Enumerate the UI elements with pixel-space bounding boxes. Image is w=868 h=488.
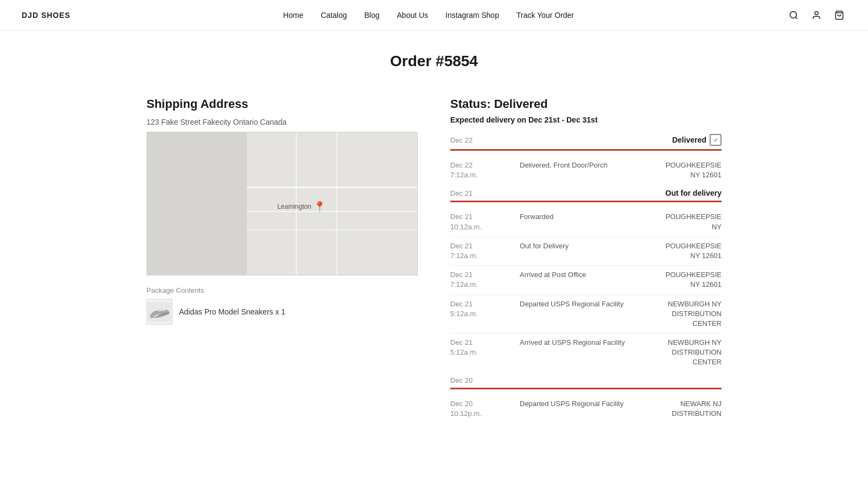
logo: DJD SHOES bbox=[22, 11, 71, 20]
tracking-group-date-2: Dec 20 bbox=[450, 376, 473, 384]
tracking-divider-2 bbox=[450, 388, 722, 389]
tracking-cell-location-1-1: POUGHKEEPSIE NY 12601 bbox=[666, 241, 722, 261]
nav-catalog[interactable]: Catalog bbox=[321, 11, 347, 20]
tracking-cell-date-1-1: Dec 21 7:12a.m. bbox=[450, 241, 515, 261]
tracking-cell-date-0-0: Dec 22 7:12a.m. bbox=[450, 160, 515, 180]
nav-instagram-shop[interactable]: Instagram Shop bbox=[445, 11, 499, 20]
map-inner: Leamington 📍 bbox=[147, 132, 417, 275]
tracking-section: Dec 22Delivered✓Dec 22 7:12a.m.Delivered… bbox=[450, 134, 722, 423]
shipping-section-title: Shipping Address bbox=[146, 97, 418, 111]
map-city-label: Leamington 📍 bbox=[277, 201, 326, 213]
tracking-cell-date-1-3: Dec 21 5:12a.m. bbox=[450, 299, 515, 329]
nav-track-order[interactable]: Track Your Order bbox=[516, 11, 574, 20]
tracking-row-1-1: Dec 21 7:12a.m.Out for DeliveryPOUGHKEEP… bbox=[450, 237, 722, 266]
tracking-header-0: Dec 22Delivered✓ bbox=[450, 134, 722, 149]
tracking-divider-0 bbox=[450, 149, 722, 151]
tracking-group-0: Dec 22Delivered✓Dec 22 7:12a.m.Delivered… bbox=[450, 134, 722, 184]
page-title: Order #5854 bbox=[146, 53, 722, 70]
tracking-group-date-0: Dec 22 bbox=[450, 136, 473, 144]
content-columns: Shipping Address 123 Fake Street Fakecit… bbox=[146, 97, 722, 427]
tracking-group-2: Dec 20Dec 20 10:12p.m.Departed USPS Regi… bbox=[450, 376, 722, 423]
product-thumbnail bbox=[146, 299, 173, 325]
tracking-row-0-0: Dec 22 7:12a.m.Delivered, Front Door/Por… bbox=[450, 156, 722, 184]
tracking-status-label-0: Delivered bbox=[672, 136, 706, 144]
main-content: Order #5854 Shipping Address 123 Fake St… bbox=[136, 31, 732, 460]
shipping-section: Shipping Address 123 Fake Street Fakecit… bbox=[146, 97, 418, 325]
tracking-cell-location-1-3: NEWBURGH NY DISTRIBUTION CENTER bbox=[668, 299, 722, 329]
shipping-address: 123 Fake Street Fakecity Ontario Canada bbox=[146, 118, 418, 126]
tracking-cell-event-1-0: Forwarded bbox=[520, 212, 661, 232]
tracking-row-2-0: Dec 20 10:12p.m.Departed USPS Regional F… bbox=[450, 395, 722, 423]
tracking-cell-event-1-4: Arrived at USPS Regional Facility bbox=[520, 338, 663, 368]
svg-rect-5 bbox=[158, 310, 160, 312]
tracking-row-1-4: Dec 21 5:12a.m.Arrived at USPS Regional … bbox=[450, 333, 722, 372]
svg-point-2 bbox=[815, 11, 818, 15]
package-contents-label: Package Contents bbox=[146, 286, 418, 294]
status-title: Status: Delivered bbox=[450, 97, 722, 111]
tracking-cell-location-1-2: POUGHKEEPSIE NY 12601 bbox=[666, 270, 722, 290]
tracking-cell-date-1-4: Dec 21 5:12a.m. bbox=[450, 338, 515, 368]
login-button[interactable] bbox=[809, 8, 824, 22]
svg-point-0 bbox=[790, 11, 796, 18]
delivered-icon-0: ✓ bbox=[710, 134, 722, 146]
tracking-cell-event-1-3: Departed USPS Regional Facility bbox=[520, 299, 663, 329]
product-name: Adidas Pro Model Sneakers x 1 bbox=[179, 307, 285, 316]
tracking-row-1-2: Dec 21 7:12a.m.Arrived at Post OfficePOU… bbox=[450, 266, 722, 294]
tracking-cell-date-1-0: Dec 21 10:12a.m. bbox=[450, 212, 515, 232]
map-left-panel bbox=[147, 132, 247, 275]
main-nav: Home Catalog Blog About Us Instagram Sho… bbox=[283, 11, 574, 20]
tracking-cell-location-1-0: POUGHKEEPSIE NY bbox=[666, 212, 722, 232]
search-button[interactable] bbox=[787, 8, 801, 22]
status-section: Status: Delivered Expected delivery on D… bbox=[450, 97, 722, 427]
sneaker-icon bbox=[148, 302, 171, 322]
package-item: Adidas Pro Model Sneakers x 1 bbox=[146, 299, 418, 325]
map-road-v2 bbox=[336, 132, 337, 275]
tracking-header-2: Dec 20 bbox=[450, 376, 722, 388]
tracking-status-label-1: Out for delivery bbox=[666, 189, 722, 197]
nav-about-us[interactable]: About Us bbox=[397, 11, 429, 20]
tracking-group-date-1: Dec 21 bbox=[450, 189, 473, 197]
tracking-cell-location-1-4: NEWBURGH NY DISTRIBUTION CENTER bbox=[668, 338, 722, 368]
site-header: DJD SHOES Home Catalog Blog About Us Ins… bbox=[0, 0, 868, 31]
tracking-status-badge-1: Out for delivery bbox=[666, 189, 722, 197]
header-actions bbox=[787, 8, 846, 22]
map-city-name: Leamington bbox=[277, 203, 311, 210]
cart-button[interactable] bbox=[832, 8, 846, 22]
search-icon bbox=[789, 10, 799, 20]
tracking-header-1: Dec 21Out for delivery bbox=[450, 189, 722, 201]
tracking-cell-event-0-0: Delivered, Front Door/Porch bbox=[520, 160, 661, 180]
user-icon bbox=[812, 10, 821, 20]
nav-blog[interactable]: Blog bbox=[364, 11, 379, 20]
tracking-divider-1 bbox=[450, 201, 722, 202]
map-road-h3 bbox=[247, 229, 417, 230]
tracking-status-badge-0: Delivered✓ bbox=[672, 134, 722, 146]
tracking-cell-location-0-0: POUGHKEEPSIE NY 12601 bbox=[666, 160, 722, 180]
tracking-cell-date-2-0: Dec 20 10:12p.m. bbox=[450, 399, 515, 419]
map-container: Leamington 📍 bbox=[146, 132, 418, 275]
svg-line-1 bbox=[795, 17, 797, 18]
tracking-cell-event-2-0: Departed USPS Regional Facility bbox=[520, 399, 667, 419]
tracking-cell-location-2-0: NEWARK NJ DISTRIBUTION bbox=[672, 399, 722, 419]
tracking-cell-event-1-1: Out for Delivery bbox=[520, 241, 661, 261]
map-pin-icon: 📍 bbox=[314, 201, 326, 213]
tracking-cell-date-1-2: Dec 21 7:12a.m. bbox=[450, 270, 515, 290]
map-road-h1 bbox=[247, 187, 417, 188]
tracking-row-1-3: Dec 21 5:12a.m.Departed USPS Regional Fa… bbox=[450, 295, 722, 334]
map-road-h2 bbox=[247, 211, 417, 212]
tracking-row-1-0: Dec 21 10:12a.m.ForwardedPOUGHKEEPSIE NY bbox=[450, 208, 722, 236]
svg-rect-6 bbox=[161, 309, 163, 311]
tracking-group-1: Dec 21Out for deliveryDec 21 10:12a.m.Fo… bbox=[450, 189, 722, 371]
cart-icon bbox=[834, 10, 844, 20]
nav-home[interactable]: Home bbox=[283, 11, 303, 20]
expected-delivery: Expected delivery on Dec 21st - Dec 31st bbox=[450, 115, 722, 124]
tracking-cell-event-1-2: Arrived at Post Office bbox=[520, 270, 661, 290]
